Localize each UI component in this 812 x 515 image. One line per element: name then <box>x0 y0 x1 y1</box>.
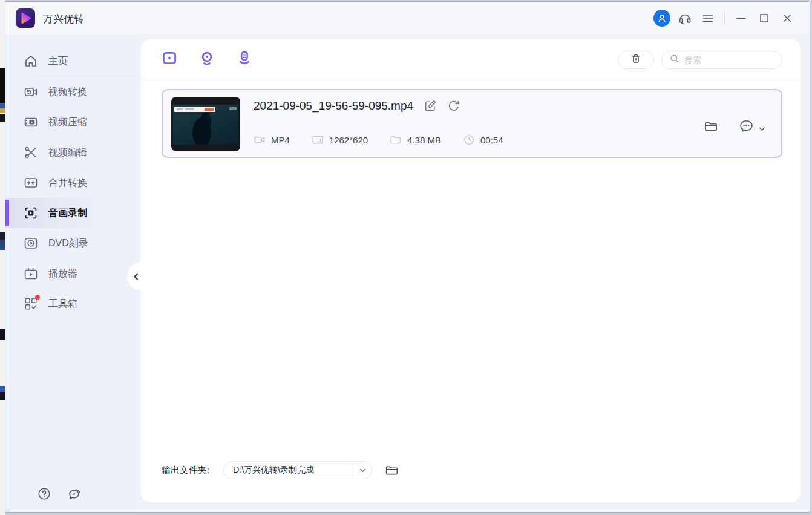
sidebar-item-record[interactable]: 音画录制 <box>5 198 136 228</box>
sidebar-item-label: 视频转换 <box>48 86 87 99</box>
titlebar: 万兴优转 <box>5 2 810 34</box>
search-icon <box>669 53 680 67</box>
toolbox-badge <box>35 295 40 300</box>
sidebar-collapse-tab[interactable] <box>127 263 155 290</box>
sidebar-item-label: 音画录制 <box>48 207 87 220</box>
sidebar-item-label: 视频编辑 <box>48 146 87 159</box>
background-fragment <box>0 68 5 103</box>
background-fragment <box>0 108 5 113</box>
folder-icon <box>390 134 402 146</box>
sidebar-item-video-edit[interactable]: 视频编辑 <box>5 137 136 168</box>
background-window-sliver <box>0 0 5 515</box>
sidebar-item-label: 工具箱 <box>48 298 77 310</box>
background-fragment <box>0 232 5 240</box>
screen-recorder-icon[interactable] <box>162 50 177 67</box>
app-window: 万兴优转 <box>5 1 810 513</box>
chevron-down-icon[interactable] <box>353 462 372 479</box>
background-fragment <box>0 240 5 250</box>
app-title: 万兴优转 <box>43 12 84 26</box>
output-folder-row: 输出文件夹: D:\万兴优转\录制完成 <box>162 461 399 480</box>
search-box <box>661 51 782 69</box>
background-fragment <box>0 392 5 400</box>
thumbnail-toolbar <box>174 107 215 112</box>
file-resolution: 1262*620 <box>329 135 368 145</box>
background-fragment <box>0 386 5 392</box>
clock-icon <box>463 134 475 146</box>
sidebar-item-player[interactable]: 播放器 <box>5 258 136 289</box>
background-fragment <box>0 103 5 108</box>
sidebar-item-video-convert[interactable]: 视频转换 <box>5 77 136 107</box>
sidebar-item-label: 合并转换 <box>48 177 87 189</box>
maximize-button[interactable] <box>753 2 776 34</box>
hamburger-menu-icon[interactable] <box>696 11 719 25</box>
webcam-recorder-icon[interactable] <box>199 50 215 67</box>
sidebar-item-label: 播放器 <box>48 267 77 280</box>
close-button[interactable] <box>776 2 799 34</box>
merge-icon <box>24 175 38 190</box>
chevron-down-icon[interactable] <box>759 124 765 135</box>
sidebar-item-home[interactable]: 主页 <box>5 46 136 76</box>
feedback-icon[interactable] <box>67 487 82 504</box>
meta-resolution: 1262*620 <box>312 134 368 146</box>
home-icon <box>24 54 38 68</box>
output-folder-path: D:\万兴优转\录制完成 <box>224 465 314 476</box>
resolution-icon <box>312 134 324 146</box>
more-options-icon[interactable] <box>738 118 755 137</box>
meta-format: MP4 <box>254 134 290 146</box>
file-name: 2021-09-05_19-56-59-095.mp4 <box>254 99 413 113</box>
video-convert-icon <box>24 85 38 99</box>
user-avatar-button[interactable] <box>653 10 670 27</box>
sidebar-item-dvd-burn[interactable]: DVD刻录 <box>5 228 136 258</box>
output-folder-select[interactable]: D:\万兴优转\录制完成 <box>223 461 372 479</box>
browse-folder-icon[interactable] <box>385 464 399 477</box>
open-file-location-icon[interactable] <box>704 119 718 136</box>
sidebar-item-merge-convert[interactable]: 合并转换 <box>5 168 136 198</box>
clear-list-button[interactable] <box>618 51 654 69</box>
sidebar-item-label: 视频压缩 <box>48 116 87 129</box>
output-folder-label: 输出文件夹: <box>162 465 209 476</box>
rename-icon[interactable] <box>424 99 437 113</box>
sidebar-item-toolbox[interactable]: 工具箱 <box>5 289 136 319</box>
screen-record-icon <box>24 206 38 220</box>
thumbnail-scene <box>173 105 238 145</box>
main-area: 2021-09-05_19-56-59-095.mp4 <box>136 34 810 512</box>
content-panel: 2021-09-05_19-56-59-095.mp4 <box>141 39 801 502</box>
video-thumbnail <box>171 97 240 151</box>
help-icon[interactable] <box>37 487 51 504</box>
file-duration: 00:54 <box>480 135 503 145</box>
file-size: 4.38 MB <box>407 135 441 145</box>
toolbar-divider <box>141 80 801 80</box>
file-format: MP4 <box>271 135 290 145</box>
sidebar-item-label: DVD刻录 <box>48 237 88 250</box>
sidebar-item-video-compress[interactable]: 视频压缩 <box>5 107 136 137</box>
sidebar-item-label: 主页 <box>48 55 68 68</box>
minimize-button[interactable] <box>730 2 753 34</box>
recorded-file-card[interactable]: 2021-09-05_19-56-59-095.mp4 <box>162 89 782 158</box>
file-meta-row: MP4 1262*620 <box>254 134 503 146</box>
headset-icon[interactable] <box>673 11 696 25</box>
background-fragment <box>0 114 5 122</box>
re-record-icon[interactable] <box>447 99 460 113</box>
scissors-icon <box>24 145 38 160</box>
search-input[interactable] <box>684 55 774 65</box>
record-mode-tabs <box>162 50 252 67</box>
sidebar: 主页 视频转换 <box>5 34 136 512</box>
meta-size: 4.38 MB <box>390 134 441 146</box>
app-logo-icon <box>15 8 36 28</box>
video-compress-icon <box>24 115 38 130</box>
chevron-left-icon[interactable] <box>132 272 140 283</box>
player-icon <box>24 266 38 281</box>
titlebar-divider <box>724 11 725 25</box>
background-fragment <box>0 329 5 340</box>
trash-icon <box>630 53 642 67</box>
meta-duration: 00:54 <box>463 134 503 146</box>
thumbnail-timer <box>229 107 237 110</box>
toolbox-icon <box>24 297 38 311</box>
video-camera-icon <box>254 134 266 146</box>
audio-recorder-icon[interactable] <box>237 50 252 67</box>
dvd-icon <box>24 236 38 251</box>
